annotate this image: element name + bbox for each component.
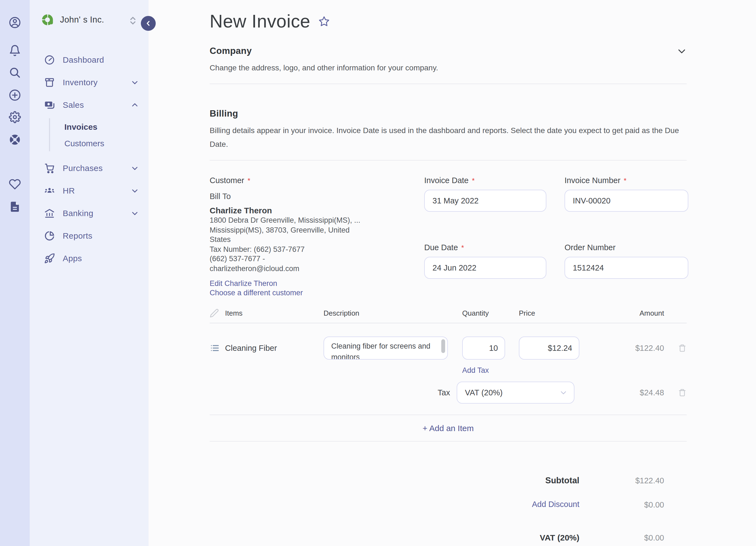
search-icon[interactable] [9,67,21,79]
item-quantity-input[interactable] [462,336,505,359]
tax-select[interactable]: VAT (20%) [457,381,574,404]
sidebar-item-label: Customers [64,138,104,148]
divider [210,84,687,84]
sidebar-item-dashboard[interactable]: Dashboard [30,48,149,71]
customer-email: charlizetheron@icloud.com [210,264,424,273]
bill-to-label: Bill To [210,192,424,201]
tax-label: Tax [210,388,457,397]
quantity-column-header: Quantity [462,309,505,317]
settings-icon[interactable] [9,111,21,123]
vat-label: VAT (20%) [540,533,579,542]
delete-item-icon[interactable] [678,343,687,353]
sales-subnav: Invoices Customers [49,118,149,151]
sidebar-item-label: Reports [63,231,92,240]
add-tax-link[interactable]: Add Tax [462,366,489,374]
invoice-date-label: Invoice Date [424,176,469,185]
tax-row: Tax VAT (20%) $24.48 [210,381,687,404]
required-marker: * [248,177,250,185]
sidebar-item-label: Invoices [64,122,97,131]
sidebar-item-apps[interactable]: Apps [30,247,149,270]
due-date-input[interactable] [424,257,546,279]
notifications-icon[interactable] [9,45,21,57]
customer-label: Customer [210,176,244,185]
delete-tax-icon[interactable] [678,388,687,397]
sidebar-item-label: Banking [63,209,93,218]
app-window: John' s Inc. Dashboard Inventory [0,0,756,546]
items-table-header: Items Description Quantity Price Amount [210,308,687,318]
divider [210,441,687,441]
chevron-down-icon [131,78,139,86]
main-content: New Invoice Company Change the address, … [149,0,756,546]
company-section-description: Change the address, logo, and other info… [210,61,687,75]
favorite-star-icon[interactable] [318,15,330,28]
customer-address-line: Mississippi(MS), 38703, Greenville, Unit… [210,226,424,234]
chevron-down-icon [131,209,139,217]
sidebar-item-label: Sales [63,100,84,109]
item-description-textarea[interactable]: Cleaning fiber for screens and monitors [324,336,448,359]
add-item-button[interactable]: + Add an Item [423,423,474,433]
order-number-input[interactable] [565,257,688,279]
discount-value: $0.00 [579,500,664,509]
chevron-up-icon [131,101,139,109]
customer-name: Charlize Theron [210,206,424,215]
price-column-header: Price [519,309,579,317]
item-amount: $122.40 [635,344,664,352]
item-name: Cleaning Fiber [225,344,277,352]
company-switch-icon[interactable] [129,17,136,25]
tax-amount: $24.48 [640,388,664,397]
invoice-number-input[interactable] [565,190,688,212]
documents-icon[interactable] [9,201,21,213]
reports-icon [44,230,55,241]
invoice-item-row: Cleaning Fiber Cleaning fiber for screen… [210,336,687,359]
sidebar-item-banking[interactable]: Banking [30,202,149,224]
company-name: John' s Inc. [60,15,104,25]
sidebar-item-reports[interactable]: Reports [30,224,149,247]
sidebar-item-label: Apps [63,254,82,263]
subtotal-value: $122.40 [579,476,664,485]
sidebar-item-label: HR [63,186,75,195]
sidebar-item-hr[interactable]: HR [30,179,149,202]
sidebar-item-customers[interactable]: Customers [64,135,149,151]
invoice-date-input[interactable] [424,190,546,212]
sidebar-item-inventory[interactable]: Inventory [30,71,149,94]
company-switcher[interactable]: John' s Inc. [30,0,149,40]
chevron-down-icon [560,389,567,396]
sidebar-item-purchases[interactable]: Purchases [30,157,149,179]
edit-customer-link[interactable]: Edit Charlize Theron [210,279,424,288]
amount-column-header: Amount [579,309,666,317]
vat-value: $0.00 [579,533,664,542]
sidebar-collapse-button[interactable] [141,16,156,31]
sidebar-nav: Dashboard Inventory Sales [30,40,149,270]
required-marker: * [472,177,475,185]
customer-tax-number: Tax Number: (662) 537-7677 [210,245,424,254]
sidebar-item-label: Inventory [63,78,98,87]
sidebar-item-label: Dashboard [63,55,104,64]
customer-address-line: States [210,235,424,244]
billing-section-title: Billing [210,108,238,119]
favorites-icon[interactable] [9,178,21,190]
support-icon[interactable] [9,134,21,146]
add-icon[interactable] [9,89,21,101]
description-column-header: Description [324,309,448,317]
sales-icon [44,99,55,110]
textarea-scrollbar[interactable] [441,339,445,353]
inventory-icon [44,77,55,88]
sidebar-item-invoices[interactable]: Invoices [64,118,149,135]
dashboard-icon [44,54,55,65]
apps-icon [44,253,55,264]
company-collapse-chevron-icon[interactable] [677,46,687,56]
order-number-label: Order Number [565,243,615,252]
add-discount-link[interactable]: Add Discount [532,500,580,509]
page-title: New Invoice [210,11,310,32]
company-logo-icon [42,14,54,26]
item-price-input[interactable] [519,336,579,359]
sidebar-item-label: Purchases [63,163,103,173]
sidebar: John' s Inc. Dashboard Inventory [30,0,149,546]
billing-section-description: Billing details appear in your invoice. … [210,124,687,151]
account-icon[interactable] [9,17,21,29]
icon-rail [0,0,30,546]
sidebar-item-sales[interactable]: Sales [30,94,149,116]
item-drag-handle-icon[interactable] [210,343,220,353]
choose-customer-link[interactable]: Choose a different customer [210,288,424,297]
banking-icon [44,208,55,219]
